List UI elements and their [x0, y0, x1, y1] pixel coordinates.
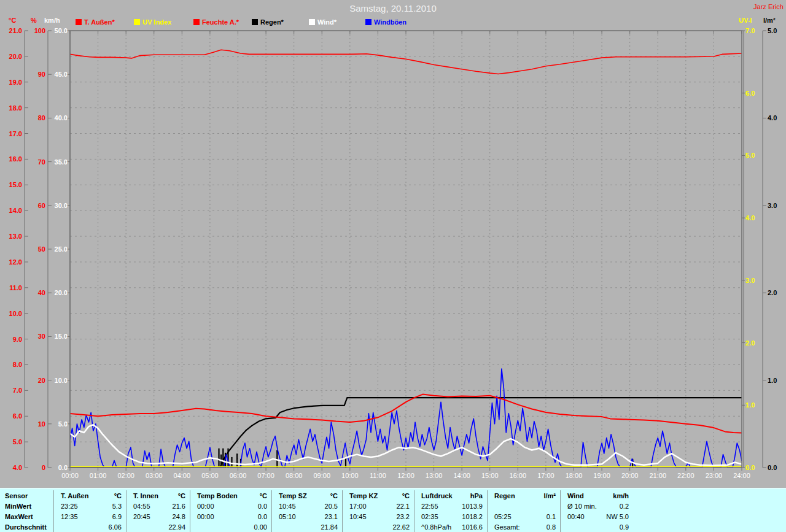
stats-table: SensorT. Außen°CT. Innen°CTemp Boden°CTe…: [0, 488, 786, 532]
cell-wind-min: Ø 10 min.0.2: [561, 501, 633, 511]
tick-label-temp: 18.0: [9, 104, 22, 112]
cell-temp-boden-avg: 0.00: [190, 522, 272, 532]
weather-chart[interactable]: 4.05.06.07.08.09.010.011.012.013.014.015…: [0, 0, 786, 488]
time-label: 02:00: [117, 472, 134, 479]
cell-temp-sz-avg: 21.84: [272, 522, 343, 532]
table-filler: [633, 501, 786, 511]
tick-label-temp: 20.0: [9, 53, 22, 60]
cell-regen-max: 05:250.1: [488, 511, 561, 522]
tick-label-temp: 13.0: [9, 233, 22, 240]
tick-label-hum: 30: [38, 333, 45, 340]
cell-temp-boden-min: 00:000.0: [190, 501, 272, 511]
tick-label-uv: 2.0: [745, 339, 755, 347]
tick-label-rain: 5.0: [768, 27, 777, 34]
time-label: 12:00: [397, 472, 414, 479]
tick-label-temp: 5.0: [13, 438, 22, 445]
series-wind: [70, 425, 742, 465]
cell-temp-sz-min: 10:4520.5: [272, 501, 343, 511]
time-label: 22:00: [677, 472, 695, 479]
weather-app-window: Samstag, 20.11.2010 Jarz Erich °C % km/h…: [0, 0, 786, 532]
row-label-minwert: MinWert: [0, 501, 54, 511]
tick-label-temp: 9.0: [13, 336, 22, 343]
axis-hum: 0102030405060708090100: [34, 27, 52, 471]
tick-label-wind: 50.0: [55, 27, 68, 34]
time-label: 06:00: [230, 472, 247, 479]
time-label: 09:00: [313, 472, 330, 479]
time-label: 11:00: [370, 472, 386, 479]
tick-label-temp: 6.0: [13, 412, 22, 420]
cell-regen-avg: Gesamt:0.8: [488, 522, 561, 532]
tick-label-temp: 4.0: [13, 464, 22, 471]
tick-label-temp: 16.0: [9, 155, 22, 163]
time-label: 03:00: [146, 472, 163, 479]
tick-label-rain: 2.0: [768, 289, 777, 296]
tick-label-temp: 12.0: [9, 258, 22, 266]
time-label: 04:00: [174, 472, 191, 479]
tick-label-wind: 0.0: [58, 464, 68, 471]
tick-label-hum: 60: [38, 202, 45, 209]
tick-label-wind: 45.0: [55, 71, 68, 78]
tick-label-wind: 10.0: [55, 377, 68, 384]
tick-label-wind: 20.0: [55, 289, 68, 296]
time-label: 07:00: [257, 472, 274, 479]
tick-label-uv: 4.0: [745, 214, 755, 222]
time-label: 00:00: [61, 472, 79, 479]
table-filler: [633, 522, 786, 532]
col-header-temp-sz: Temp SZ°C: [272, 490, 343, 501]
tick-label-wind: 5.0: [58, 420, 68, 428]
cell-wind-max: 00:40NW 5.0: [561, 511, 633, 522]
time-label: 13:00: [426, 472, 443, 479]
time-label: 20:00: [621, 472, 639, 479]
time-label: 10:00: [341, 472, 359, 479]
col-header-luftdruck: LuftdruckhPa: [414, 490, 488, 501]
tick-label-rain: 3.0: [768, 202, 777, 209]
time-label: 08:00: [286, 472, 303, 479]
tick-label-wind: 15.0: [55, 333, 68, 340]
time-label: 15:00: [481, 472, 499, 479]
cell-t-aussen-avg: 6.06: [54, 522, 126, 532]
tick-label-wind: 25.0: [55, 245, 68, 253]
col-header-t-innen: T. Innen°C: [126, 490, 190, 501]
time-label: 14:00: [453, 472, 470, 479]
tick-label-hum: 0: [42, 464, 45, 471]
tick-label-wind: 35.0: [55, 158, 68, 166]
cell-t-aussen-min: 23:255.3: [54, 501, 126, 511]
tick-label-hum: 40: [38, 289, 45, 296]
tick-label-hum: 80: [38, 114, 45, 121]
tick-label-rain: 0.0: [768, 464, 777, 471]
tick-label-temp: 15.0: [9, 181, 22, 188]
table-filler: [633, 490, 786, 501]
tick-label-rain: 1.0: [768, 377, 777, 384]
axis-rain: 0.01.02.03.04.05.0: [763, 27, 777, 471]
tick-label-temp: 19.0: [9, 79, 22, 86]
cell-luftdruck-max: 02:351018.2: [414, 511, 488, 522]
tick-label-uv: 7.0: [745, 27, 755, 34]
tick-label-wind: 30.0: [55, 202, 68, 209]
tick-label-temp: 17.0: [9, 130, 22, 137]
cell-temp-boden-max: 00:000.0: [190, 511, 272, 522]
time-label: 01:00: [90, 472, 107, 479]
time-label: 18:00: [566, 472, 583, 479]
row-label-maxwert: MaxWert: [0, 511, 54, 522]
cell-regen-min: [488, 501, 561, 511]
tick-label-uv: 5.0: [745, 152, 755, 159]
col-header-regen: Regenl/m²: [488, 490, 561, 501]
axis-wind: 0.05.010.015.020.025.030.035.040.045.050…: [55, 27, 70, 471]
cell-temp-kz-max: 10:4523.2: [343, 511, 414, 522]
time-label: 21:00: [649, 472, 666, 479]
col-header-temp-boden: Temp Boden°C: [190, 490, 272, 501]
cell-temp-kz-min: 17:0022.1: [343, 501, 414, 511]
tick-label-uv: 3.0: [745, 277, 755, 284]
time-label: 16:00: [510, 472, 527, 479]
row-label-sensor: Sensor: [0, 490, 54, 501]
tick-label-temp: 21.0: [9, 27, 22, 34]
col-header-wind: Windkm/h: [561, 490, 633, 501]
tick-label-uv: 1.0: [745, 401, 755, 409]
cell-t-aussen-max: 12:356.9: [54, 511, 126, 522]
col-header-t-aussen: T. Außen°C: [54, 490, 126, 501]
col-header-temp-kz: Temp KZ°C: [343, 490, 414, 501]
tick-label-wind: 40.0: [55, 114, 68, 121]
table-filler: [633, 511, 786, 522]
tick-label-uv: 0.0: [745, 464, 755, 471]
tick-label-temp: 8.0: [13, 361, 22, 368]
